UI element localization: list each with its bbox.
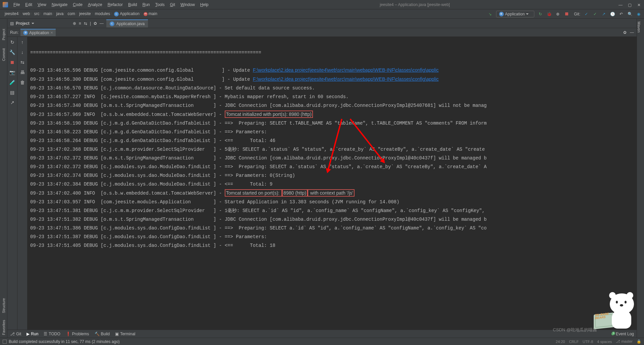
commit-tool-button[interactable]: Commit <box>2 48 6 61</box>
breadcrumb-item[interactable]: jeesite <box>77 11 93 16</box>
pin-icon[interactable]: ↗ <box>9 99 16 106</box>
debug-button[interactable]: 🐞 <box>546 11 552 17</box>
annotation-arrow <box>327 119 342 171</box>
notification-badge: 1 <box>611 332 614 336</box>
beaker-icon[interactable]: 🧪 <box>9 79 16 86</box>
status-bar: Build completed successfully in 11 sec, … <box>0 338 644 345</box>
console-output[interactable]: ========================================… <box>28 37 637 338</box>
tab-problems[interactable]: ❗ Problems <box>66 332 89 336</box>
breadcrumb-item[interactable]: java <box>54 11 65 16</box>
minimize-button[interactable]: — <box>619 3 623 7</box>
titlebar: FileEditViewNavigateCodeAnalyzeRefactorB… <box>0 0 644 9</box>
menu-refactor[interactable]: Refactor <box>105 2 125 8</box>
tab-git[interactable]: ⎇ Git <box>10 332 21 336</box>
structure-tool-button[interactable]: Structure <box>2 298 6 313</box>
editor-tab-strip: ▤ Project ⊕ ≡ ⇆ | ✿ — C Application.java <box>7 19 637 28</box>
rerun-button[interactable]: ↻ <box>9 39 16 46</box>
menu-build[interactable]: Build <box>125 2 140 8</box>
menu-tools[interactable]: Tools <box>153 2 167 8</box>
run-tab[interactable]: ⊞ Application ✕ <box>20 29 56 36</box>
breadcrumb-item[interactable]: CApplication <box>112 11 142 16</box>
close-button[interactable]: ✕ <box>637 3 641 7</box>
line-separator[interactable]: CRLF <box>569 340 579 344</box>
menu-file[interactable]: File <box>11 2 22 8</box>
locate-icon[interactable]: ⊕ <box>73 21 76 26</box>
trash-icon[interactable]: 🗑 <box>19 79 26 86</box>
breadcrumb-item[interactable]: src <box>32 11 41 16</box>
run-configuration-select[interactable]: ⊞ Application <box>496 11 535 17</box>
app-logo <box>3 2 8 7</box>
breadcrumb-item[interactable]: jeesite4 <box>3 11 20 16</box>
run-tool-window: Run: ⊞ Application ✕ ✿ — ↻ 🔧 📷 🧪 ▤ ↗ ↑ ↓… <box>7 28 637 338</box>
up-icon[interactable]: ↑ <box>19 39 26 46</box>
project-tool-button[interactable]: Project <box>2 29 6 40</box>
menu-code[interactable]: Code <box>70 2 85 8</box>
expand-icon[interactable]: ≡ <box>79 21 81 26</box>
stop-button[interactable] <box>564 11 569 17</box>
breadcrumb-item[interactable]: main <box>41 11 54 16</box>
stop-button[interactable] <box>9 59 16 66</box>
file-encoding[interactable]: UTF-8 <box>583 340 593 344</box>
dropdown-icon[interactable] <box>32 23 34 24</box>
tab-terminal[interactable]: ▣ Terminal <box>115 332 135 336</box>
gear-icon[interactable]: ✿ <box>94 21 97 26</box>
menu-help[interactable]: Help <box>198 2 211 8</box>
run-tab-label: Application <box>29 30 49 35</box>
wrap-icon[interactable]: ⇆ <box>19 59 26 66</box>
tab-todo[interactable]: ☰ TODO <box>44 332 60 336</box>
layout-icon[interactable]: ▤ <box>9 89 16 96</box>
tab-run[interactable]: ▶ Run <box>26 332 38 336</box>
lock-icon[interactable]: 🔒 <box>637 339 641 344</box>
close-tab-icon[interactable]: ✕ <box>50 31 53 34</box>
watermark: CSDN @吃地瓜的喵酱 <box>553 327 597 333</box>
git-rollback-button[interactable]: ↶ <box>619 11 624 17</box>
hide-icon[interactable]: — <box>630 30 634 35</box>
git-label: Git: <box>574 12 580 16</box>
git-commit-button[interactable]: ✓ <box>592 11 598 17</box>
tools-button[interactable]: 🔧 <box>9 49 16 56</box>
menu-analyze[interactable]: Analyze <box>85 2 105 8</box>
breadcrumb-item[interactable]: modules <box>93 11 112 16</box>
settings-button[interactable]: ◉ <box>636 11 641 17</box>
navigation-bar: jeesite4websrcmainjavacomjeesitemodulesC… <box>0 9 644 19</box>
run-button[interactable]: ↻ <box>538 11 543 17</box>
menu-git[interactable]: Git <box>167 2 178 8</box>
git-update-button[interactable]: ✓ <box>584 11 589 17</box>
cursor-position: 24:20 <box>556 340 565 344</box>
maximize-button[interactable]: ▢ <box>628 3 632 7</box>
git-branch[interactable]: ⎇ master <box>616 339 633 344</box>
camera-icon[interactable]: 📷 <box>9 69 16 76</box>
event-log-button[interactable]: 1 Event Log <box>611 332 634 336</box>
print-icon[interactable]: 🖶 <box>19 69 26 76</box>
git-push-button[interactable]: ↗ <box>601 11 606 17</box>
tab-build[interactable]: 🔨 Build <box>95 332 110 336</box>
window-title: jeesite4 – Application.java [jeesite-web… <box>211 2 619 7</box>
breadcrumb-item[interactable]: com <box>65 11 77 16</box>
run-toolbar-right: ↑ ↓ ⇆ 🖶 🗑 <box>17 37 28 338</box>
git-history-button[interactable]: 🕓 <box>610 11 615 17</box>
editor-tab[interactable]: C Application.java <box>106 19 148 27</box>
indent-setting[interactable]: 4 spaces <box>597 340 612 344</box>
search-everywhere-button[interactable]: 🔍 <box>627 11 633 17</box>
coverage-button[interactable]: ⊕ <box>555 11 560 17</box>
breadcrumb-item[interactable]: mmain <box>142 11 159 16</box>
tool-windows-button[interactable] <box>3 340 7 344</box>
dropdown-icon <box>526 13 529 15</box>
hide-icon[interactable]: — <box>100 21 104 26</box>
bottom-tool-tabs: ⎇ Git ▶ Run ☰ TODO ❗ Problems 🔨 Build ▣ … <box>7 330 637 338</box>
menu-edit[interactable]: Edit <box>22 2 35 8</box>
collapse-icon[interactable]: ⇆ <box>84 21 87 26</box>
menu-navigate[interactable]: Navigate <box>49 2 70 8</box>
down-icon[interactable]: ↓ <box>19 49 26 56</box>
gear-icon[interactable]: ✿ <box>623 30 627 35</box>
favorites-tool-button[interactable]: Favorites <box>2 320 6 335</box>
menu-window[interactable]: Window <box>178 2 198 8</box>
breadcrumbs: jeesite4websrcmainjavacomjeesitemodulesC… <box>3 11 159 16</box>
folder-icon: ▤ <box>10 21 14 26</box>
menu-run[interactable]: Run <box>140 2 153 8</box>
maven-tool-button[interactable]: Maven <box>637 21 641 32</box>
build-button[interactable]: ↘ <box>487 11 493 17</box>
menu-view[interactable]: View <box>35 2 49 8</box>
breadcrumb-item[interactable]: web <box>20 11 32 16</box>
annotation-arrow <box>350 119 384 162</box>
